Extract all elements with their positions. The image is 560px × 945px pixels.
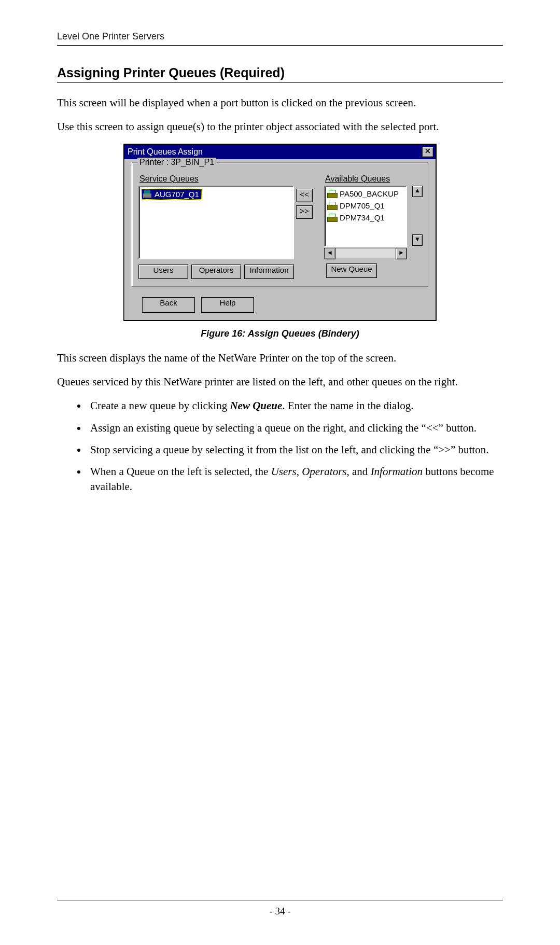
- list-item[interactable]: PA500_BACKUP: [327, 188, 406, 200]
- text: Create a new queue by clicking: [90, 399, 230, 412]
- help-button[interactable]: Help: [201, 297, 254, 313]
- dialog-title: Print Queues Assign: [128, 147, 203, 157]
- service-queues-label: Service Queues: [139, 174, 294, 184]
- printer-groupbox: Printer : 3P_BIN_P1 Service Queues AUG70…: [132, 162, 428, 287]
- print-queues-assign-dialog: Print Queues Assign ✕ Printer : 3P_BIN_P…: [123, 144, 437, 321]
- queue-icon: [327, 190, 337, 197]
- list-item-label: PA500_BACKUP: [340, 189, 399, 198]
- list-item-label: AUG707_Q1: [155, 190, 199, 199]
- after-para-1: This screen displays the name of the Net…: [57, 351, 503, 365]
- dialog-titlebar: Print Queues Assign ✕: [124, 145, 436, 159]
- list-item-label: DPM705_Q1: [340, 201, 385, 210]
- page-footer: - 34 -: [57, 900, 503, 917]
- new-queue-button[interactable]: New Queue: [326, 263, 377, 278]
- intro-para-2: Use this screen to assign queue(s) to th…: [57, 119, 503, 134]
- figure-caption: Figure 16: Assign Queues (Bindery): [57, 328, 503, 339]
- vertical-scrollbar[interactable]: ▲ ▼: [412, 186, 423, 246]
- list-item: Stop servicing a queue by selecting it f…: [87, 442, 503, 457]
- information-button[interactable]: Information: [244, 265, 294, 279]
- page-number: - 34 -: [269, 906, 290, 916]
- instruction-list: Create a new queue by clicking New Queue…: [57, 398, 503, 494]
- list-item: Create a new queue by clicking New Queue…: [87, 398, 503, 413]
- emph: New Queue: [230, 399, 282, 412]
- scroll-right-icon[interactable]: ►: [396, 248, 407, 259]
- close-icon[interactable]: ✕: [422, 147, 433, 157]
- back-button[interactable]: Back: [142, 297, 195, 313]
- service-queues-list[interactable]: AUG707_Q1: [138, 186, 294, 259]
- available-queues-label: Available Queues: [325, 174, 422, 184]
- scroll-left-icon[interactable]: ◄: [324, 248, 335, 259]
- move-left-button[interactable]: <<: [296, 189, 313, 202]
- figure-wrap: Print Queues Assign ✕ Printer : 3P_BIN_P…: [57, 144, 503, 321]
- text: . Enter the name in the dialog.: [282, 399, 413, 412]
- list-item-label: DPM734_Q1: [340, 213, 385, 222]
- list-item[interactable]: DPM734_Q1: [327, 212, 406, 224]
- available-queues-list[interactable]: PA500_BACKUP DPM705_Q1 DPM734_Q1: [324, 186, 407, 247]
- groupbox-legend: Printer : 3P_BIN_P1: [137, 158, 216, 167]
- users-button[interactable]: Users: [138, 265, 188, 279]
- list-item: When a Queue on the left is selected, th…: [87, 464, 503, 494]
- operators-button[interactable]: Operators: [191, 265, 241, 279]
- horizontal-scrollbar[interactable]: ◄ ►: [324, 248, 407, 258]
- scroll-up-icon[interactable]: ▲: [412, 186, 423, 197]
- queue-icon: [327, 202, 337, 209]
- list-item[interactable]: AUG707_Q1: [142, 189, 202, 200]
- list-item[interactable]: DPM705_Q1: [327, 200, 406, 212]
- running-header: Level One Printer Servers: [57, 31, 503, 46]
- printer-icon: [143, 190, 151, 198]
- list-item: Assign an existing queue by selecting a …: [87, 421, 503, 435]
- after-para-2: Queues serviced by this NetWare printer …: [57, 374, 503, 389]
- emph: Users, Operators,: [271, 465, 349, 478]
- move-right-button[interactable]: >>: [296, 205, 313, 219]
- text: and: [349, 465, 371, 478]
- emph: Information: [371, 465, 423, 478]
- scroll-track[interactable]: [335, 248, 396, 258]
- intro-para-1: This screen will be displayed when a por…: [57, 95, 503, 110]
- queue-icon: [327, 214, 337, 221]
- text: When a Queue on the left is selected, th…: [90, 465, 271, 478]
- section-title: Assigning Printer Queues (Required): [57, 65, 503, 83]
- scroll-down-icon[interactable]: ▼: [412, 234, 423, 246]
